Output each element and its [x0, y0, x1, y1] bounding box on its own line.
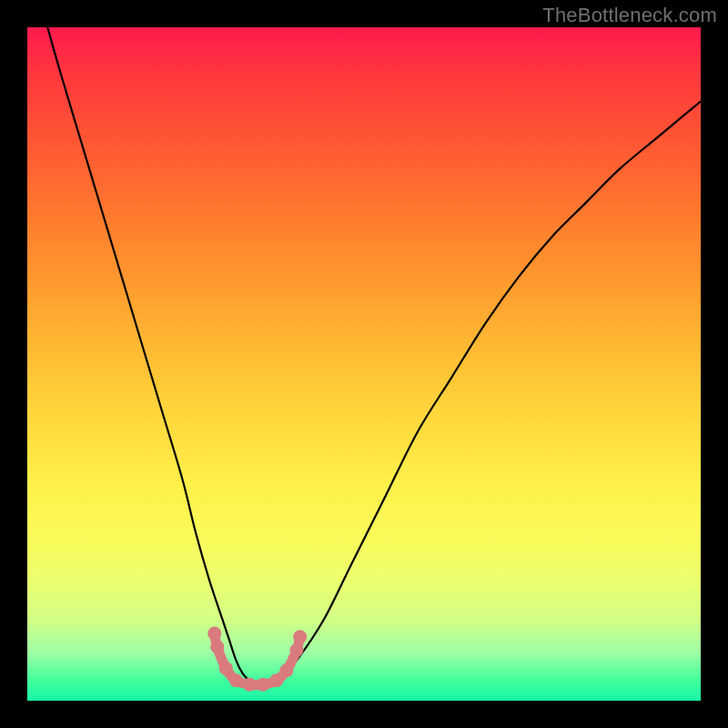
marker-dot [207, 627, 221, 641]
marker-dot [243, 678, 257, 692]
plot-area [27, 27, 701, 701]
bottleneck-curve [47, 27, 701, 684]
curve-markers [207, 627, 307, 692]
marker-dot [293, 630, 307, 643]
chart-frame: TheBottleneck.com [0, 0, 728, 728]
marker-dot [290, 643, 304, 657]
chart-svg [27, 27, 701, 701]
marker-dot [229, 673, 243, 687]
marker-path [215, 633, 300, 685]
marker-dot [219, 662, 233, 675]
marker-dot [210, 640, 224, 653]
watermark-text: TheBottleneck.com [542, 4, 717, 27]
marker-dot [279, 663, 293, 677]
marker-dot [257, 678, 270, 692]
marker-dot [269, 673, 283, 687]
